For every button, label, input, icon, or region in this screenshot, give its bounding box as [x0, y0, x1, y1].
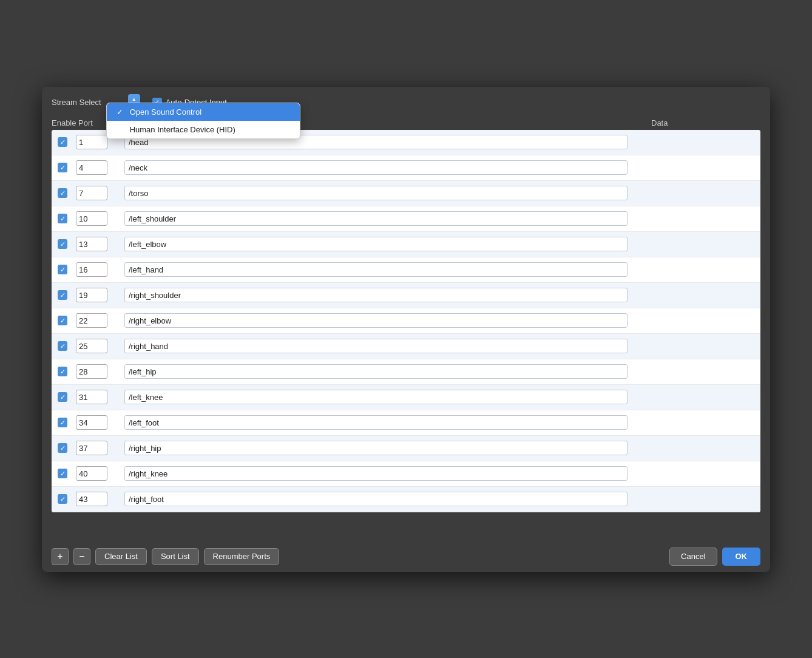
table-row: ✓: [52, 436, 760, 461]
row-enable-checkbox-10[interactable]: ✓: [58, 392, 67, 402]
sort-list-button[interactable]: Sort List: [152, 548, 199, 565]
row-enable-checkbox-5[interactable]: ✓: [58, 265, 67, 274]
row-address-6: [122, 287, 651, 304]
row-enable-checkbox-13[interactable]: ✓: [58, 469, 67, 478]
row-data-13: [651, 472, 760, 475]
row-enable-checkbox-0[interactable]: ✓: [58, 137, 67, 147]
remove-button[interactable]: −: [73, 548, 90, 565]
add-button[interactable]: +: [52, 548, 69, 565]
port-input-13[interactable]: [76, 466, 107, 481]
port-input-5[interactable]: [76, 262, 107, 277]
row-enable-checkbox-4[interactable]: ✓: [58, 239, 67, 249]
clear-list-button[interactable]: Clear List: [95, 548, 147, 565]
table-row: ✓: [52, 334, 760, 359]
port-input-9[interactable]: [76, 364, 107, 379]
dropdown-option-osc-label: Open Sound Control: [130, 107, 202, 117]
row-enable-checkbox-6[interactable]: ✓: [58, 290, 67, 300]
address-input-2[interactable]: [124, 186, 628, 200]
row-enable-checkbox-8[interactable]: ✓: [58, 341, 67, 351]
port-input-8[interactable]: [76, 339, 107, 353]
row-enable-checkbox-7[interactable]: ✓: [58, 316, 67, 325]
port-input-2[interactable]: [76, 186, 107, 200]
port-input-3[interactable]: [76, 211, 107, 226]
row-enable-checkbox-1[interactable]: ✓: [58, 163, 67, 172]
empty-area: [52, 512, 760, 541]
dropdown-option-hid[interactable]: Human Interface Device (HID): [107, 121, 300, 138]
row-checkbox-8[interactable]: ✓: [52, 341, 73, 351]
address-input-12[interactable]: [124, 441, 628, 455]
row-address-10: [122, 388, 651, 405]
row-data-5: [651, 268, 760, 271]
port-input-4[interactable]: [76, 237, 107, 251]
row-enable-checkbox-2[interactable]: ✓: [58, 188, 67, 198]
row-checkbox-4[interactable]: ✓: [52, 239, 73, 249]
row-port-7: [73, 312, 122, 329]
row-address-12: [122, 439, 651, 456]
address-input-4[interactable]: [124, 237, 628, 251]
header-row: Stream Select ✓ Open Sound Control Human…: [42, 87, 770, 116]
renumber-ports-button[interactable]: Renumber Ports: [204, 548, 280, 565]
row-checkbox-7[interactable]: ✓: [52, 316, 73, 325]
port-input-0[interactable]: [76, 135, 107, 149]
address-input-9[interactable]: [124, 364, 628, 379]
row-checkbox-2[interactable]: ✓: [52, 188, 73, 198]
port-input-7[interactable]: [76, 313, 107, 328]
address-input-7[interactable]: [124, 313, 628, 328]
row-data-6: [651, 294, 760, 296]
row-data-4: [651, 243, 760, 245]
row-checkbox-13[interactable]: ✓: [52, 469, 73, 478]
ok-button[interactable]: OK: [722, 548, 761, 566]
cancel-button[interactable]: Cancel: [669, 548, 717, 566]
address-input-1[interactable]: [124, 160, 628, 175]
row-checkbox-12[interactable]: ✓: [52, 443, 73, 453]
row-address-11: [122, 414, 651, 431]
table-row: ✓: [52, 410, 760, 436]
row-port-3: [73, 210, 122, 227]
main-dialog: Stream Select ✓ Open Sound Control Human…: [42, 87, 770, 572]
row-port-5: [73, 261, 122, 278]
port-input-14[interactable]: [76, 492, 107, 506]
address-input-14[interactable]: [124, 492, 628, 506]
table-row: ✓: [52, 385, 760, 410]
row-enable-checkbox-9[interactable]: ✓: [58, 367, 67, 376]
port-input-11[interactable]: [76, 415, 107, 430]
row-address-8: [122, 337, 651, 354]
spinner-up-icon: ▲: [132, 97, 137, 102]
col-data: Data: [651, 118, 760, 127]
row-checkbox-11[interactable]: ✓: [52, 418, 73, 427]
address-input-5[interactable]: [124, 262, 628, 277]
port-input-6[interactable]: [76, 288, 107, 302]
port-input-10[interactable]: [76, 390, 107, 404]
table-row: ✓: [52, 283, 760, 308]
address-input-6[interactable]: [124, 288, 628, 302]
row-checkbox-5[interactable]: ✓: [52, 265, 73, 274]
row-data-7: [651, 319, 760, 322]
row-port-14: [73, 490, 122, 507]
row-port-4: [73, 236, 122, 253]
address-input-11[interactable]: [124, 415, 628, 430]
row-address-4: [122, 236, 651, 253]
address-input-3[interactable]: [124, 211, 628, 226]
port-input-1[interactable]: [76, 160, 107, 175]
row-checkbox-1[interactable]: ✓: [52, 163, 73, 172]
row-checkbox-3[interactable]: ✓: [52, 214, 73, 223]
row-checkbox-14[interactable]: ✓: [52, 494, 73, 504]
row-enable-checkbox-3[interactable]: ✓: [58, 214, 67, 223]
table-row: ✓: [52, 487, 760, 512]
row-checkbox-6[interactable]: ✓: [52, 290, 73, 300]
row-enable-checkbox-12[interactable]: ✓: [58, 443, 67, 453]
row-checkbox-10[interactable]: ✓: [52, 392, 73, 402]
row-enable-checkbox-14[interactable]: ✓: [58, 494, 67, 504]
table-row: ✓: [52, 232, 760, 257]
row-checkbox-9[interactable]: ✓: [52, 367, 73, 376]
table-row: ✓: [52, 359, 760, 385]
row-checkbox-0[interactable]: ✓: [52, 137, 73, 147]
port-input-12[interactable]: [76, 441, 107, 455]
row-address-14: [122, 490, 651, 507]
row-port-11: [73, 414, 122, 431]
row-enable-checkbox-11[interactable]: ✓: [58, 418, 67, 427]
address-input-10[interactable]: [124, 390, 628, 404]
address-input-8[interactable]: [124, 339, 628, 353]
dropdown-option-osc[interactable]: ✓ Open Sound Control: [107, 103, 300, 121]
address-input-13[interactable]: [124, 466, 628, 481]
